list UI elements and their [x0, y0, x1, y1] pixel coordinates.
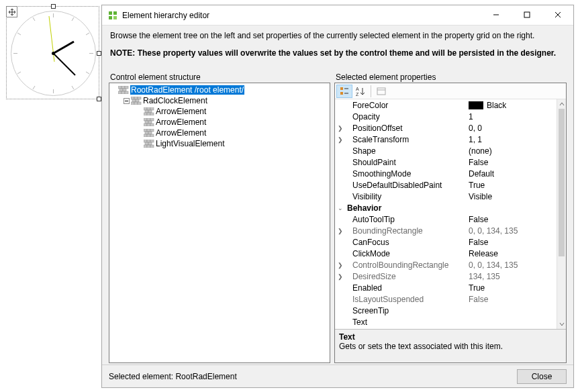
property-row[interactable]: UseDefaultDisabledPaintTrue	[335, 179, 557, 191]
tree-node[interactable]: ArrowElement	[109, 106, 330, 117]
expand-indicator-icon[interactable]: ⌄	[335, 205, 346, 211]
property-row[interactable]: ScreenTip	[335, 305, 557, 316]
vertical-scrollbar[interactable]	[557, 99, 566, 329]
expand-indicator-icon[interactable]: ❯	[335, 125, 346, 132]
svg-rect-67	[144, 134, 147, 137]
property-name: DesiredSize	[346, 272, 469, 281]
tree-expander-icon[interactable]	[135, 118, 144, 127]
property-value[interactable]: (none)	[469, 146, 557, 156]
svg-rect-22	[109, 16, 112, 19]
intro-note: NOTE: These property values will overwri…	[110, 48, 565, 58]
svg-rect-38	[131, 97, 134, 99]
svg-line-17	[49, 16, 54, 54]
designer-canvas[interactable]	[6, 6, 99, 99]
property-name: AutoToolTip	[346, 215, 469, 224]
element-hierarchy-editor-window: Element hierarchy editor Browse the elem…	[101, 5, 574, 388]
property-name: ForeColor	[346, 101, 469, 110]
tree-expander-icon[interactable]	[122, 97, 131, 105]
property-name: Visibility	[346, 192, 469, 201]
clock-preview[interactable]	[8, 8, 99, 99]
property-row[interactable]: Shape(none)	[335, 145, 557, 156]
svg-line-13	[33, 86, 35, 89]
property-value[interactable]: False	[469, 238, 557, 247]
property-category[interactable]: ⌄Behavior	[335, 202, 557, 213]
status-label: Selected element: RootRadElement	[109, 372, 237, 381]
svg-line-9	[17, 33, 21, 35]
svg-rect-71	[147, 140, 150, 142]
property-row[interactable]: Opacity1	[335, 111, 557, 122]
scroll-down-icon[interactable]	[557, 320, 566, 329]
property-value[interactable]: False	[469, 295, 557, 304]
property-row[interactable]: Text	[335, 316, 557, 328]
property-value[interactable]: Release	[469, 249, 557, 258]
property-value[interactable]: False	[469, 158, 557, 167]
alphabetical-button[interactable]: AZ	[352, 85, 369, 98]
svg-line-12	[86, 72, 89, 74]
property-value[interactable]: True	[469, 181, 557, 190]
svg-rect-21	[113, 11, 117, 15]
tree-expander-icon[interactable]	[109, 86, 118, 95]
element-icon	[144, 107, 154, 116]
property-row[interactable]: ❯BoundingRectangle0, 0, 134, 135	[335, 225, 557, 236]
svg-rect-56	[150, 118, 154, 121]
tree-expander-icon[interactable]	[135, 129, 144, 138]
expand-indicator-icon[interactable]: ❯	[335, 262, 346, 268]
tree-node[interactable]: RadClockElement	[109, 95, 330, 106]
minimize-button[interactable]	[481, 5, 512, 24]
tree-panel[interactable]: RootRadElement /root element/RadClockEle…	[109, 83, 330, 363]
svg-rect-54	[144, 118, 147, 121]
property-value[interactable]: 0, 0, 134, 135	[469, 226, 557, 236]
titlebar[interactable]: Element hierarchy editor	[102, 5, 573, 26]
svg-rect-43	[131, 102, 134, 105]
property-value[interactable]: 0, 0	[469, 124, 557, 133]
property-name: IsLayoutSuspended	[346, 295, 469, 304]
property-value[interactable]: 1, 1	[469, 135, 557, 144]
scroll-up-icon[interactable]	[557, 99, 566, 109]
window-title: Element hierarchy editor	[122, 11, 209, 20]
property-value[interactable]: 0, 0, 134, 135	[469, 260, 557, 270]
intro-text: Browse the element tree on the left and …	[102, 26, 573, 70]
property-row[interactable]: EnabledTrue	[335, 282, 557, 293]
tree-node[interactable]: LightVisualElement	[109, 138, 330, 149]
property-value[interactable]: False	[469, 215, 557, 224]
property-row[interactable]: ❯ControlBoundingRectangle0, 0, 134, 135	[335, 259, 557, 271]
property-row[interactable]: AutoToolTipFalse	[335, 213, 557, 225]
property-row[interactable]: ❯PositionOffset0, 0	[335, 122, 557, 134]
property-value[interactable]: Default	[469, 169, 557, 179]
expand-indicator-icon[interactable]: ❯	[335, 228, 346, 234]
property-grid[interactable]: AZ ForeColorBlackOpacity1❯PositionOffset…	[334, 83, 567, 363]
tree-node[interactable]: RootRadElement /root element/	[109, 85, 330, 95]
svg-rect-69	[150, 134, 154, 137]
property-name: Enabled	[346, 283, 469, 293]
scroll-thumb[interactable]	[559, 109, 565, 256]
expand-indicator-icon[interactable]: ❯	[335, 136, 346, 143]
property-name: UseDefaultDisabledPaint	[346, 181, 469, 190]
property-row[interactable]: ShouldPaintFalse	[335, 156, 557, 168]
property-row[interactable]: ❯ScaleTransform1, 1	[335, 134, 557, 145]
property-row[interactable]: SmoothingModeDefault	[335, 168, 557, 179]
property-row[interactable]: ClickModeRelease	[335, 248, 557, 259]
property-row[interactable]: ForeColorBlack	[335, 99, 557, 111]
svg-rect-53	[150, 113, 154, 115]
property-value[interactable]: 134, 135	[469, 272, 557, 281]
property-value[interactable]: Black	[469, 101, 557, 110]
property-value[interactable]: True	[469, 283, 557, 293]
property-row[interactable]: VisibilityVisible	[335, 191, 557, 202]
property-row[interactable]: CanFocusFalse	[335, 236, 557, 248]
property-row[interactable]: ❯DesiredSize134, 135	[335, 271, 557, 282]
svg-rect-23	[113, 16, 117, 19]
property-row[interactable]: IsLayoutSuspendedFalse	[335, 293, 557, 305]
close-button[interactable]	[542, 5, 573, 24]
property-value[interactable]: 1	[469, 112, 557, 121]
categorized-button[interactable]	[336, 85, 352, 98]
tree-expander-icon[interactable]	[135, 107, 144, 116]
property-value[interactable]: Visible	[469, 192, 557, 201]
tree-node[interactable]: ArrowElement	[109, 128, 330, 138]
property-pages-button[interactable]	[373, 85, 389, 98]
tree-expander-icon[interactable]	[135, 140, 144, 148]
tree-node[interactable]: ArrowElement	[109, 117, 330, 128]
maximize-button[interactable]	[512, 5, 542, 24]
svg-rect-75	[144, 145, 147, 148]
close-dialog-button[interactable]: Close	[517, 369, 567, 384]
expand-indicator-icon[interactable]: ❯	[335, 273, 346, 280]
